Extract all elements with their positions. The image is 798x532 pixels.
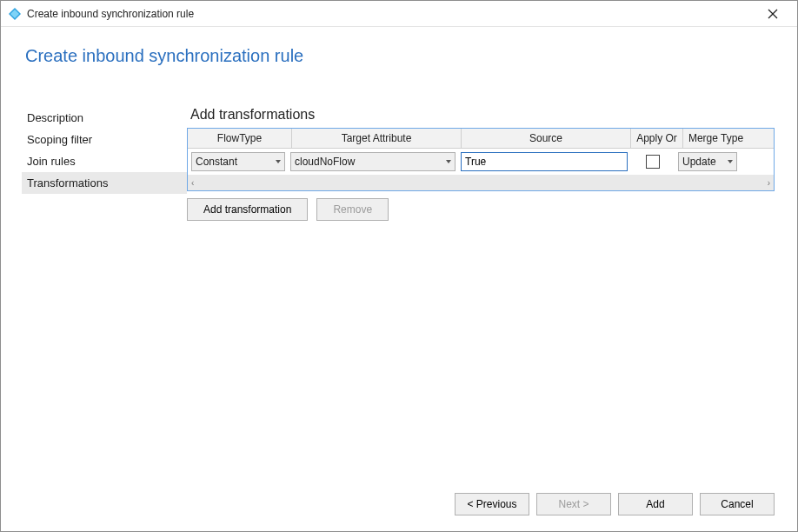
- col-header-flowtype: FlowType: [188, 129, 292, 148]
- add-button[interactable]: Add: [618, 493, 693, 515]
- sidebar-item-description[interactable]: Description: [22, 107, 187, 129]
- content-area: Create inbound synchronization rule Desc…: [1, 27, 797, 531]
- col-header-merge-type: Merge Type: [683, 129, 748, 148]
- flowtype-dropdown[interactable]: Constant: [191, 152, 285, 171]
- sidebar-item-join-rules[interactable]: Join rules: [22, 150, 187, 172]
- sidebar-item-scoping-filter[interactable]: Scoping filter: [22, 129, 187, 150]
- source-input[interactable]: [461, 152, 628, 171]
- close-button[interactable]: [755, 2, 790, 26]
- source-cell: [461, 152, 628, 171]
- merge-type-dropdown[interactable]: Update: [678, 152, 737, 171]
- col-header-source: Source: [462, 129, 631, 148]
- scroll-left-icon: ‹: [191, 178, 194, 188]
- horizontal-scrollbar[interactable]: ‹ ›: [188, 175, 774, 190]
- remove-button[interactable]: Remove: [316, 198, 389, 221]
- flowtype-value: Constant: [196, 156, 237, 168]
- next-button[interactable]: Next >: [536, 493, 611, 515]
- apply-once-cell: [633, 155, 673, 169]
- merge-type-value: Update: [682, 156, 716, 168]
- step-sidebar: Description Scoping filter Join rules Tr…: [1, 107, 187, 479]
- grid-button-row: Add transformation Remove: [187, 198, 775, 221]
- section-title: Add transformations: [190, 107, 775, 123]
- sidebar-item-label: Description: [27, 111, 83, 124]
- sidebar-item-label: Join rules: [27, 155, 76, 168]
- window-title: Create inbound synchronization rule: [27, 8, 755, 20]
- cancel-button[interactable]: Cancel: [700, 493, 775, 515]
- chevron-down-icon: [728, 160, 733, 163]
- page-title: Create inbound synchronization rule: [1, 27, 797, 82]
- col-header-apply-once: Apply Or: [631, 129, 683, 148]
- chevron-down-icon: [446, 160, 451, 163]
- transformations-grid: FlowType Target Attribute Source Apply O…: [187, 128, 775, 191]
- close-icon: [768, 9, 778, 19]
- col-header-target-attribute: Target Attribute: [292, 129, 462, 148]
- app-icon: [8, 7, 22, 21]
- previous-button[interactable]: < Previous: [455, 493, 529, 515]
- target-attribute-dropdown[interactable]: cloudNoFlow: [290, 152, 456, 171]
- target-attribute-value: cloudNoFlow: [295, 156, 355, 168]
- dialog-window: Create inbound synchronization rule Crea…: [0, 0, 798, 532]
- main-panel: Add transformations FlowType Target Attr…: [187, 107, 797, 479]
- body-area: Description Scoping filter Join rules Tr…: [1, 107, 797, 479]
- sidebar-item-label: Scoping filter: [27, 133, 92, 146]
- title-bar: Create inbound synchronization rule: [1, 1, 797, 27]
- scroll-right-icon: ›: [768, 178, 770, 188]
- add-transformation-button[interactable]: Add transformation: [187, 198, 308, 221]
- grid-header: FlowType Target Attribute Source Apply O…: [188, 129, 774, 149]
- wizard-footer: < Previous Next > Add Cancel: [455, 493, 775, 515]
- sidebar-item-label: Transformations: [27, 176, 108, 190]
- grid-row: Constant cloudNoFlow: [188, 149, 774, 175]
- apply-once-checkbox[interactable]: [646, 155, 660, 169]
- chevron-down-icon: [276, 160, 281, 163]
- sidebar-item-transformations[interactable]: Transformations: [22, 172, 187, 194]
